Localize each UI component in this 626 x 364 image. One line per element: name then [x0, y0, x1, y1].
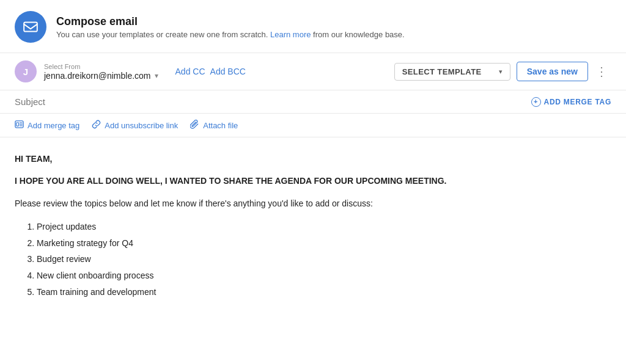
from-label: Select From [44, 63, 158, 70]
select-template-label: SELECT TEMPLATE [402, 67, 494, 76]
list-item: Team training and development [37, 284, 611, 300]
from-email-row[interactable]: jenna.dreikorn@nimble.com ▾ [44, 71, 158, 81]
merge-circle-icon: + [531, 97, 541, 107]
add-cc-link[interactable]: Add CC [175, 67, 205, 76]
add-bcc-link[interactable]: Add BCC [210, 67, 246, 76]
add-merge-tag-label: ADD MERGE TAG [544, 98, 611, 106]
list-item: Project updates [37, 219, 611, 235]
compose-email-icon [15, 11, 46, 43]
chevron-down-icon[interactable]: ▾ [155, 71, 158, 80]
svg-rect-0 [24, 22, 37, 31]
svg-rect-2 [17, 123, 19, 126]
save-as-new-button[interactable]: Save as new [517, 62, 588, 81]
list-item: New client onboarding process [37, 268, 611, 284]
add-unsubscribe-button[interactable]: Add unsubscribe link [92, 120, 178, 131]
compose-title-block: Compose email You can use your templates… [56, 15, 405, 39]
compose-title: Compose email [56, 15, 405, 29]
body-agenda-list: Project updatesMarketing strategy for Q4… [37, 219, 611, 300]
list-item: Budget review [37, 251, 611, 268]
cc-bcc-block: Add CC Add BCC [175, 67, 246, 76]
select-template-dropdown[interactable]: SELECT TEMPLATE ▾ [394, 63, 510, 81]
chevron-down-icon: ▾ [499, 68, 503, 76]
subject-input[interactable] [15, 96, 531, 107]
attach-file-button[interactable]: Attach file [190, 120, 238, 131]
link-icon [92, 120, 101, 131]
add-merge-tag-toolbar-label: Add merge tag [28, 121, 79, 130]
list-item: Marketing strategy for Q4 [37, 235, 611, 252]
toolbar-row: Add merge tag Add unsubscribe link Attac… [0, 114, 626, 137]
compose-header: Compose email You can use your templates… [0, 0, 626, 53]
from-row: J Select From jenna.dreikorn@nimble.com … [0, 53, 626, 90]
body-line2: I HOPE YOU ARE ALL DOING WELL, I WANTED … [15, 174, 611, 187]
learn-more-link[interactable]: Learn more [270, 30, 311, 39]
add-unsubscribe-label: Add unsubscribe link [105, 121, 178, 130]
subject-row: + ADD MERGE TAG [0, 90, 626, 114]
add-merge-tag-toolbar-button[interactable]: Add merge tag [15, 120, 79, 131]
email-body: HI TEAM, I HOPE YOU ARE ALL DOING WELL, … [0, 137, 626, 315]
merge-tag-icon [15, 120, 24, 131]
body-greeting: HI TEAM, [15, 152, 611, 166]
from-select-block: Select From jenna.dreikorn@nimble.com ▾ [44, 63, 158, 81]
add-merge-tag-subject-button[interactable]: + ADD MERGE TAG [531, 97, 611, 107]
attach-file-label: Attach file [203, 121, 238, 130]
compose-subtitle: You can use your templates or create new… [56, 30, 405, 39]
attach-icon [190, 120, 199, 131]
avatar: J [15, 60, 37, 82]
more-options-button[interactable]: ⋮ [592, 64, 611, 79]
body-line3: Please review the topics below and let m… [15, 197, 611, 210]
from-email: jenna.dreikorn@nimble.com [44, 71, 151, 81]
